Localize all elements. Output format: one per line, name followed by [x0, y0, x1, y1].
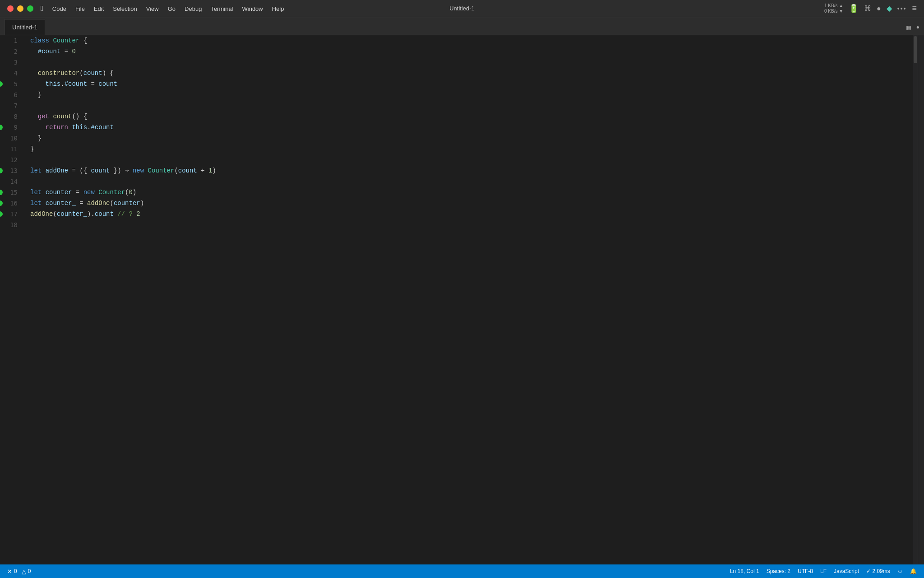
code-line[interactable]: return this.#count	[30, 122, 913, 133]
editor-container: Untitled-1 ▦ ● 1234567891011121314151617…	[0, 17, 924, 564]
encoding[interactable]: UTF-8	[798, 568, 813, 574]
indentation[interactable]: Spaces: 2	[767, 568, 790, 574]
code-line[interactable]: }	[30, 133, 913, 144]
apple-menu[interactable]: 	[36, 0, 48, 17]
code-line[interactable]: let counter_ = addOne(counter)	[30, 198, 913, 209]
token-plain	[30, 122, 46, 133]
token-kw-this: this	[72, 122, 87, 133]
maximize-button[interactable]	[27, 5, 33, 12]
token-plain	[49, 111, 53, 122]
code-line[interactable]: get count() {	[30, 111, 913, 122]
line-number: 15	[10, 187, 18, 198]
line-number-row: 2	[0, 46, 21, 57]
token-plain	[42, 165, 45, 176]
minimize-button[interactable]	[17, 5, 23, 12]
line-number: 6	[14, 89, 18, 100]
code-line[interactable]: }	[30, 89, 913, 100]
token-plain	[129, 165, 133, 176]
more-actions-icon[interactable]: ●	[916, 24, 919, 31]
token-kw-new: new	[83, 187, 95, 198]
warning-number: 0	[28, 568, 31, 574]
token-plain	[144, 165, 148, 176]
line-number: 14	[10, 176, 18, 187]
code-line[interactable]	[30, 219, 913, 230]
scrollbar-thumb[interactable]	[914, 36, 917, 63]
code-line[interactable]	[30, 100, 913, 111]
token-plain: ) {	[102, 68, 114, 79]
cursor-position[interactable]: Ln 18, Col 1	[730, 568, 759, 574]
line-number: 13	[10, 165, 18, 176]
scrollbar-track[interactable]	[913, 35, 918, 564]
breakpoint-indicator	[0, 168, 3, 173]
token-kw-constructor: constructor	[38, 68, 79, 79]
list-icon[interactable]: ≡	[912, 4, 917, 13]
menu-go[interactable]: Go	[163, 0, 180, 17]
token-class-name: Counter	[98, 187, 125, 198]
line-number-row: 14	[0, 176, 21, 187]
token-plain: )	[212, 165, 216, 176]
line-number-row: 16	[0, 198, 21, 209]
token-plain: .	[60, 79, 64, 89]
code-line[interactable]: }	[30, 144, 913, 154]
code-line[interactable]: let counter = new Counter(0)	[30, 187, 913, 198]
menu-window[interactable]: Window	[238, 0, 268, 17]
tab-bar-right: ▦ ●	[906, 23, 919, 35]
language-mode[interactable]: JavaScript	[834, 568, 859, 574]
menu-debug[interactable]: Debug	[180, 0, 206, 17]
code-line[interactable]: #count = 0	[30, 46, 913, 57]
split-editor-icon[interactable]: ▦	[906, 23, 911, 32]
menu-help[interactable]: Help	[268, 0, 289, 17]
error-count[interactable]: ✕ 0 △ 0	[7, 568, 31, 575]
token-var-name: counter	[46, 187, 72, 198]
code-line[interactable]	[30, 154, 913, 165]
tab-label: Untitled-1	[12, 24, 37, 31]
feedback-icon[interactable]: ☺	[897, 568, 903, 574]
code-line[interactable]: this.#count = count	[30, 79, 913, 89]
token-plain: {	[79, 35, 87, 46]
code-line[interactable]: let addOne = ({ count }) ⇒ new Counter(c…	[30, 165, 913, 176]
line-number: 16	[10, 198, 18, 209]
status-left: ✕ 0 △ 0	[7, 568, 31, 575]
code-line[interactable]: constructor(count) {	[30, 68, 913, 79]
line-ending[interactable]: LF	[820, 568, 827, 574]
code-line[interactable]	[30, 176, 913, 187]
line-number-row: 17	[0, 209, 21, 219]
token-plain	[30, 111, 38, 122]
breakpoint-indicator	[0, 211, 3, 217]
token-plain: )	[133, 187, 136, 198]
menu-selection[interactable]: Selection	[108, 0, 141, 17]
code-line[interactable]: class Counter {	[30, 35, 913, 46]
token-plain	[30, 89, 38, 100]
token-plain: )	[140, 198, 144, 209]
menu-edit[interactable]: Edit	[89, 0, 108, 17]
token-plain	[30, 68, 38, 79]
code-line[interactable]: addOne(counter_).count // ? 2	[30, 209, 913, 219]
token-param: count	[98, 79, 117, 89]
titlebar:  Code File Edit Selection View Go Debug…	[0, 0, 924, 17]
menu-view[interactable]: View	[142, 0, 163, 17]
traffic-lights	[7, 5, 33, 12]
token-number: 0	[129, 187, 133, 198]
close-button[interactable]	[7, 5, 14, 12]
token-kw-let: let	[30, 165, 42, 176]
menu-terminal[interactable]: Terminal	[206, 0, 237, 17]
menu-code[interactable]: Code	[48, 0, 71, 17]
notification-bell[interactable]: 🔔	[910, 568, 917, 574]
line-number: 9	[14, 122, 18, 133]
editor-tab[interactable]: Untitled-1	[5, 19, 45, 35]
token-plain	[30, 46, 38, 57]
token-method-name: count	[53, 111, 72, 122]
line-number: 10	[10, 133, 18, 144]
menu-file[interactable]: File	[71, 0, 89, 17]
token-plain	[42, 187, 45, 198]
token-plain: }	[38, 89, 42, 100]
code-line[interactable]	[30, 57, 913, 68]
token-plain: =	[87, 79, 98, 89]
token-plain: =	[72, 187, 83, 198]
token-var-name: counter	[114, 198, 140, 209]
more-icon[interactable]: •••	[897, 5, 907, 12]
code-area[interactable]: class Counter { #count = 0 constructor(c…	[25, 35, 913, 564]
token-plain: }	[110, 165, 117, 176]
token-kw-get: get	[38, 111, 49, 122]
token-property: count	[95, 209, 114, 219]
